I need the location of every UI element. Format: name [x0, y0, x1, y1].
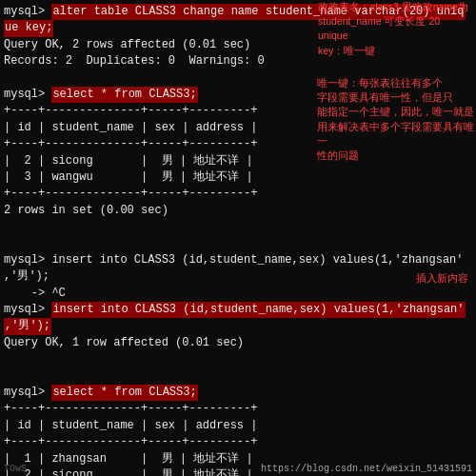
annotation-insert: 插入新内容 — [416, 271, 468, 287]
cmd-6: insert into CLASS3 (id,student_name,sex)… — [51, 252, 463, 268]
terminal: mysql> alter table CLASS3 change name st… — [0, 0, 476, 476]
result-4: Records: 2 Duplicates: 0 Warnings: 0 — [4, 53, 265, 69]
cmd-9: insert into CLASS3 (id,student_name,sex)… — [51, 302, 465, 318]
table-header-2: | id | student_name | sex | address | — [4, 418, 472, 434]
line-8: -> ^C — [4, 286, 472, 302]
result-3: Query OK, 2 rows affected (0.01 sec) — [4, 37, 250, 53]
prompt-9: mysql> — [4, 302, 51, 318]
line-rows-1: 2 rows in set (0.00 sec) — [4, 203, 472, 219]
blank-5 — [4, 368, 472, 385]
line-10: ,'男'); — [4, 318, 472, 334]
arrow: -> ^C — [4, 286, 66, 302]
table-border-3: +----+--------------+-----+---------+ — [4, 186, 472, 202]
line-7: ,'男'); — [4, 268, 472, 285]
cmd-12: select * from CLASS3; — [51, 385, 197, 401]
annotation-middle-right: 唯一键：每张表往往有多个字段需要具有唯一性，但是只能指定一个主键，因此，唯一就是… — [317, 76, 474, 163]
url-bar: https://blog.csdn.net/weixin_51431591 — [261, 464, 472, 474]
watermark: TOwS — [4, 464, 27, 474]
result-11: Query OK, 1 row affected (0.01 sec) — [4, 335, 244, 351]
prompt-1: mysql> — [4, 4, 51, 20]
blank-3 — [4, 235, 472, 251]
prompt-12: mysql> — [4, 385, 51, 401]
line-11: Query OK, 1 row affected (0.01 sec) — [4, 335, 472, 351]
blank-2 — [4, 219, 472, 235]
line-9: mysql> insert into CLASS3 (id,student_na… — [4, 302, 472, 318]
cmd-10: ,'男'); — [4, 318, 51, 334]
table-border-4: +----+--------------+-----+---------+ — [4, 401, 472, 417]
table-border-5: +----+--------------+-----+---------+ — [4, 434, 472, 450]
cmd-5: select * from CLASS3; — [51, 87, 197, 103]
table-row-2: | 3 | wangwu | 男 | 地址不详 | — [4, 169, 472, 186]
line-12: mysql> select * from CLASS3; — [4, 385, 472, 401]
prompt-5: mysql> — [4, 87, 51, 103]
prompt-6: mysql> — [4, 252, 51, 268]
blank-4 — [4, 351, 472, 367]
line-6: mysql> insert into CLASS3 (id,student_na… — [4, 252, 472, 268]
cmd-2: ue key; — [4, 20, 53, 36]
cmd-7: ,'男'); — [4, 268, 50, 285]
annotation-top-right: 改改表名：class3 里改改name为student_name 可变长度 20… — [318, 0, 472, 58]
